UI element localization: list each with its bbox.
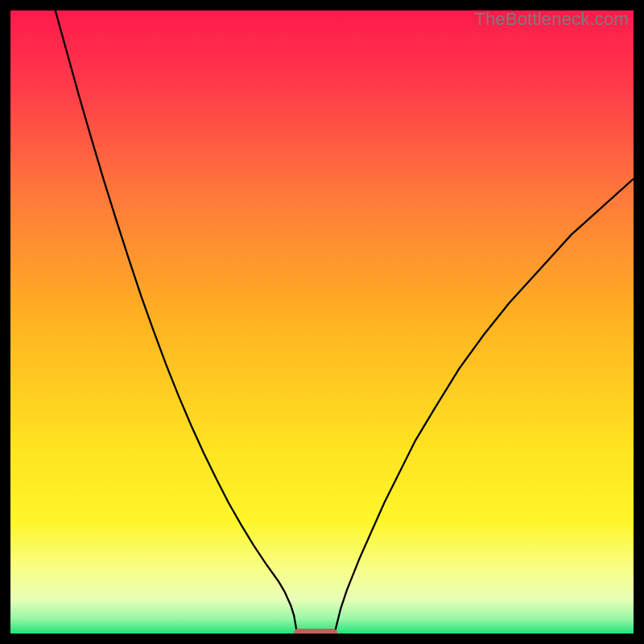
minimum-marker <box>294 629 337 634</box>
chart-frame: TheBottleneck.com <box>10 10 634 634</box>
chart-canvas <box>10 10 634 634</box>
plot-area: TheBottleneck.com <box>10 10 634 634</box>
watermark-text: TheBottleneck.com <box>474 10 629 30</box>
gradient-background <box>10 10 634 634</box>
